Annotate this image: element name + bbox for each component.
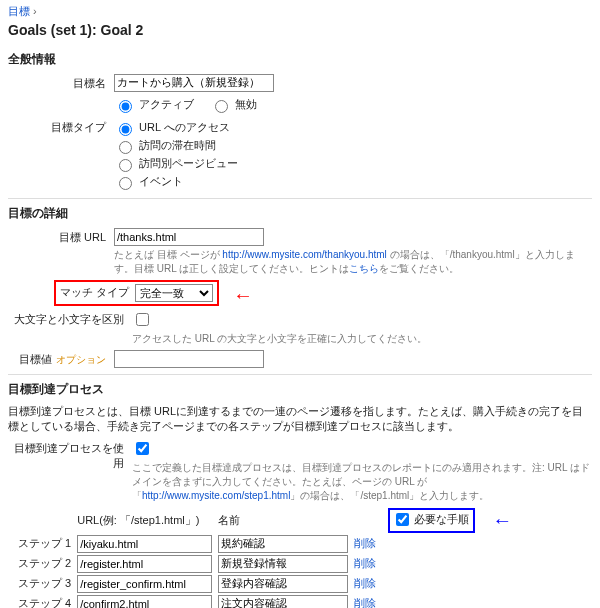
table-row: ステップ 2 削除 xyxy=(18,554,518,574)
step-name-input[interactable] xyxy=(218,575,348,593)
arrow-blue-icon: ← xyxy=(492,509,512,531)
radio-time[interactable] xyxy=(119,141,132,154)
table-row: ステップ 3 削除 xyxy=(18,574,518,594)
step-name-input[interactable] xyxy=(218,595,348,608)
radio-event[interactable] xyxy=(119,177,132,190)
step-label: ステップ 3 xyxy=(18,574,77,594)
goal-url-input[interactable] xyxy=(114,228,264,246)
step-label: ステップ 1 xyxy=(18,534,77,554)
arrow-red-icon: ← xyxy=(233,285,253,305)
funnel-sample-link[interactable]: http://www.mysite.com/step1.html xyxy=(142,490,290,501)
hint-case: アクセスした URL の大文字と小文字を正確に入力してください。 xyxy=(132,332,592,346)
match-type-highlight: マッチ タイプ 完全一致 xyxy=(54,280,219,306)
section-general: 全般情報 xyxy=(8,51,592,68)
required-checkbox[interactable] xyxy=(396,513,409,526)
radio-inactive-label: 無効 xyxy=(235,97,257,112)
page-title: Goals (set 1): Goal 2 xyxy=(8,21,592,41)
label-active xyxy=(8,95,114,97)
label-goal-url: 目標 URL xyxy=(8,228,114,245)
hint-use-funnel: ここで定義した目標達成プロセスは、目標到達プロセスのレポートにのみ適用されます。… xyxy=(132,461,592,503)
step-url-input[interactable] xyxy=(77,575,212,593)
radio-active[interactable] xyxy=(119,100,132,113)
step-url-input[interactable] xyxy=(77,535,212,553)
hint-goal-url: たとえば 目標 ページが http://www.mysite.com/thank… xyxy=(114,248,592,276)
radio-time-label: 訪問の滞在時間 xyxy=(139,138,216,153)
radio-active-label: アクティブ xyxy=(139,97,194,112)
use-funnel-checkbox[interactable] xyxy=(136,442,149,455)
kochira-link[interactable]: こちら xyxy=(349,263,379,274)
label-goal-type: 目標タイプ xyxy=(8,118,114,135)
step-url-input[interactable] xyxy=(77,555,212,573)
goal-name-input[interactable] xyxy=(114,74,274,92)
label-goal-value: 目標値オプション xyxy=(8,350,114,367)
label-use-funnel: 目標到達プロセスを使用 xyxy=(8,439,132,472)
divider xyxy=(8,374,592,375)
required-highlight: 必要な手順 xyxy=(388,508,475,533)
delete-link[interactable]: 削除 xyxy=(354,597,376,608)
goal-value-input[interactable] xyxy=(114,350,264,368)
label-goal-name: 目標名 xyxy=(8,74,114,91)
section-funnel: 目標到達プロセス xyxy=(8,381,592,398)
breadcrumb[interactable]: 目標 xyxy=(8,5,30,17)
match-type-select[interactable]: 完全一致 xyxy=(135,284,213,302)
col-url: URL(例: 「/step1.html」) xyxy=(77,507,218,534)
radio-url[interactable] xyxy=(119,123,132,136)
table-row: ステップ 4 削除 xyxy=(18,594,518,608)
step-url-input[interactable] xyxy=(77,595,212,608)
radio-pv[interactable] xyxy=(119,159,132,172)
delete-link[interactable]: 削除 xyxy=(354,537,376,549)
col-name: 名前 xyxy=(218,507,354,534)
funnel-desc: 目標到達プロセスとは、目標 URLに到達するまでの一連のページ遷移を指します。た… xyxy=(8,404,592,435)
label-required: 必要な手順 xyxy=(412,512,469,527)
step-label: ステップ 2 xyxy=(18,554,77,574)
radio-pv-label: 訪問別ページビュー xyxy=(139,156,238,171)
case-checkbox[interactable] xyxy=(136,313,149,326)
sample-url-link[interactable]: http://www.mysite.com/thankyou.html xyxy=(222,249,387,260)
radio-url-label: URL へのアクセス xyxy=(139,120,230,135)
label-case: 大文字と小文字を区別 xyxy=(8,310,132,327)
divider xyxy=(8,198,592,199)
label-match-type: マッチ タイプ xyxy=(60,285,135,300)
step-label: ステップ 4 xyxy=(18,594,77,608)
radio-event-label: イベント xyxy=(139,174,183,189)
table-row: ステップ 1 削除 xyxy=(18,534,518,554)
step-name-input[interactable] xyxy=(218,555,348,573)
section-detail: 目標の詳細 xyxy=(8,205,592,222)
step-name-input[interactable] xyxy=(218,535,348,553)
radio-inactive[interactable] xyxy=(215,100,228,113)
delete-link[interactable]: 削除 xyxy=(354,557,376,569)
steps-table: URL(例: 「/step1.html」) 名前 必要な手順 ← ステップ 1 … xyxy=(18,507,518,608)
caret-icon: › xyxy=(30,5,37,17)
delete-link[interactable]: 削除 xyxy=(354,577,376,589)
